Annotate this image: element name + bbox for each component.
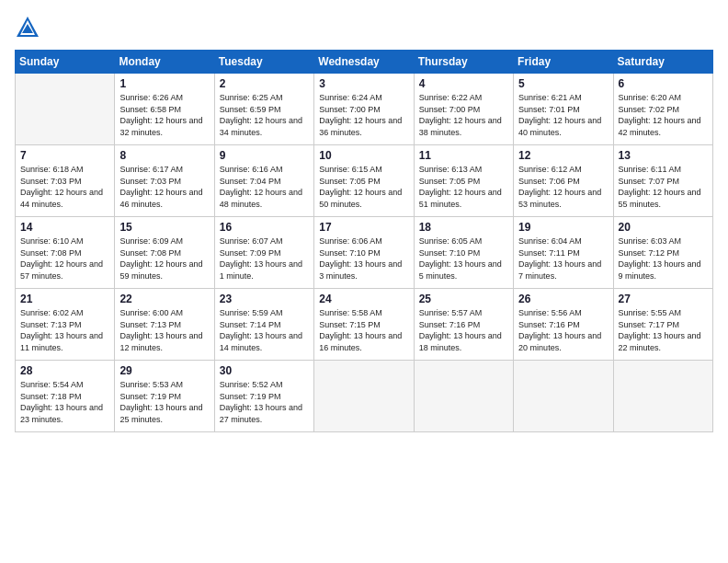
- day-number: 10: [319, 149, 408, 162]
- header: [15, 15, 713, 40]
- day-info: Sunrise: 5:52 AMSunset: 7:19 PMDaylight:…: [220, 379, 309, 425]
- header-cell-thursday: Thursday: [414, 51, 513, 74]
- day-number: 16: [220, 221, 309, 234]
- day-cell: 23Sunrise: 5:59 AMSunset: 7:14 PMDayligh…: [214, 289, 313, 361]
- main-container: SundayMondayTuesdayWednesdayThursdayFrid…: [0, 0, 728, 442]
- header-cell-monday: Monday: [115, 51, 214, 74]
- day-info: Sunrise: 5:53 AMSunset: 7:19 PMDaylight:…: [119, 379, 209, 425]
- week-row-1: 1Sunrise: 6:26 AMSunset: 6:58 PMDaylight…: [16, 74, 713, 145]
- week-row-4: 21Sunrise: 6:02 AMSunset: 7:13 PMDayligh…: [16, 289, 713, 361]
- day-number: 22: [119, 293, 209, 305]
- day-number: 7: [20, 149, 109, 162]
- day-info: Sunrise: 6:22 AMSunset: 7:00 PMDaylight:…: [419, 92, 508, 138]
- day-cell: 5Sunrise: 6:21 AMSunset: 7:01 PMDaylight…: [514, 74, 613, 145]
- day-number: 20: [619, 221, 708, 234]
- day-number: 6: [619, 77, 708, 90]
- week-row-5: 28Sunrise: 5:54 AMSunset: 7:18 PMDayligh…: [16, 361, 713, 432]
- day-number: 4: [419, 77, 508, 90]
- day-cell: 13Sunrise: 6:11 AMSunset: 7:07 PMDayligh…: [613, 145, 712, 217]
- day-cell: 2Sunrise: 6:25 AMSunset: 6:59 PMDaylight…: [214, 74, 313, 145]
- day-cell: 14Sunrise: 6:10 AMSunset: 7:08 PMDayligh…: [16, 217, 115, 289]
- header-cell-saturday: Saturday: [613, 51, 712, 74]
- day-number: 8: [119, 149, 209, 162]
- day-number: 18: [419, 221, 508, 234]
- day-number: 12: [518, 149, 608, 162]
- day-info: Sunrise: 6:10 AMSunset: 7:08 PMDaylight:…: [20, 236, 109, 282]
- day-info: Sunrise: 6:00 AMSunset: 7:13 PMDaylight:…: [119, 307, 209, 353]
- day-number: 17: [319, 221, 408, 234]
- day-number: 15: [119, 221, 209, 234]
- day-info: Sunrise: 6:25 AMSunset: 6:59 PMDaylight:…: [220, 92, 309, 138]
- day-cell: 12Sunrise: 6:12 AMSunset: 7:06 PMDayligh…: [514, 145, 613, 217]
- day-number: 13: [619, 149, 708, 162]
- day-number: 21: [20, 293, 109, 305]
- day-cell: 10Sunrise: 6:15 AMSunset: 7:05 PMDayligh…: [314, 145, 414, 217]
- day-number: 5: [518, 77, 608, 90]
- day-info: Sunrise: 6:16 AMSunset: 7:04 PMDaylight:…: [220, 164, 309, 210]
- day-number: 19: [518, 221, 608, 234]
- day-number: 28: [20, 364, 109, 377]
- day-info: Sunrise: 6:03 AMSunset: 7:12 PMDaylight:…: [619, 236, 708, 282]
- day-number: 29: [119, 364, 209, 377]
- day-number: 1: [119, 77, 209, 90]
- day-info: Sunrise: 6:15 AMSunset: 7:05 PMDaylight:…: [319, 164, 408, 210]
- header-cell-tuesday: Tuesday: [214, 51, 313, 74]
- week-row-2: 7Sunrise: 6:18 AMSunset: 7:03 PMDaylight…: [16, 145, 713, 217]
- day-cell: 28Sunrise: 5:54 AMSunset: 7:18 PMDayligh…: [16, 361, 115, 432]
- day-info: Sunrise: 6:07 AMSunset: 7:09 PMDaylight:…: [220, 236, 309, 282]
- day-cell: 20Sunrise: 6:03 AMSunset: 7:12 PMDayligh…: [613, 217, 712, 289]
- day-info: Sunrise: 6:09 AMSunset: 7:08 PMDaylight:…: [119, 236, 209, 282]
- day-number: 26: [518, 293, 608, 305]
- day-cell: [613, 361, 712, 432]
- day-cell: 8Sunrise: 6:17 AMSunset: 7:03 PMDaylight…: [115, 145, 214, 217]
- day-cell: 9Sunrise: 6:16 AMSunset: 7:04 PMDaylight…: [214, 145, 313, 217]
- day-number: 9: [220, 149, 309, 162]
- day-cell: 29Sunrise: 5:53 AMSunset: 7:19 PMDayligh…: [115, 361, 214, 432]
- day-cell: [514, 361, 613, 432]
- day-info: Sunrise: 6:04 AMSunset: 7:11 PMDaylight:…: [518, 236, 608, 282]
- day-info: Sunrise: 6:02 AMSunset: 7:13 PMDaylight:…: [20, 307, 109, 353]
- day-cell: 30Sunrise: 5:52 AMSunset: 7:19 PMDayligh…: [214, 361, 313, 432]
- day-cell: 24Sunrise: 5:58 AMSunset: 7:15 PMDayligh…: [314, 289, 414, 361]
- day-cell: 26Sunrise: 5:56 AMSunset: 7:16 PMDayligh…: [514, 289, 613, 361]
- day-cell: 25Sunrise: 5:57 AMSunset: 7:16 PMDayligh…: [414, 289, 513, 361]
- day-cell: [16, 74, 115, 145]
- logo-icon: [15, 15, 40, 40]
- day-cell: 3Sunrise: 6:24 AMSunset: 7:00 PMDaylight…: [314, 74, 414, 145]
- day-cell: 17Sunrise: 6:06 AMSunset: 7:10 PMDayligh…: [314, 217, 414, 289]
- day-info: Sunrise: 6:12 AMSunset: 7:06 PMDaylight:…: [518, 164, 608, 210]
- day-cell: 15Sunrise: 6:09 AMSunset: 7:08 PMDayligh…: [115, 217, 214, 289]
- day-info: Sunrise: 6:06 AMSunset: 7:10 PMDaylight:…: [319, 236, 408, 282]
- day-info: Sunrise: 6:17 AMSunset: 7:03 PMDaylight:…: [119, 164, 209, 210]
- day-cell: 7Sunrise: 6:18 AMSunset: 7:03 PMDaylight…: [16, 145, 115, 217]
- day-number: 11: [419, 149, 508, 162]
- day-cell: 1Sunrise: 6:26 AMSunset: 6:58 PMDaylight…: [115, 74, 214, 145]
- day-info: Sunrise: 5:59 AMSunset: 7:14 PMDaylight:…: [220, 307, 309, 353]
- day-info: Sunrise: 6:24 AMSunset: 7:00 PMDaylight:…: [319, 92, 408, 138]
- day-cell: 16Sunrise: 6:07 AMSunset: 7:09 PMDayligh…: [214, 217, 313, 289]
- day-number: 27: [619, 293, 708, 305]
- header-cell-friday: Friday: [514, 51, 613, 74]
- day-cell: 21Sunrise: 6:02 AMSunset: 7:13 PMDayligh…: [16, 289, 115, 361]
- day-number: 24: [319, 293, 408, 305]
- day-info: Sunrise: 6:11 AMSunset: 7:07 PMDaylight:…: [619, 164, 708, 210]
- day-cell: 19Sunrise: 6:04 AMSunset: 7:11 PMDayligh…: [514, 217, 613, 289]
- day-info: Sunrise: 5:58 AMSunset: 7:15 PMDaylight:…: [319, 307, 408, 353]
- logo: [15, 15, 44, 40]
- header-cell-sunday: Sunday: [16, 51, 115, 74]
- day-info: Sunrise: 6:26 AMSunset: 6:58 PMDaylight:…: [119, 92, 209, 138]
- day-cell: 6Sunrise: 6:20 AMSunset: 7:02 PMDaylight…: [613, 74, 712, 145]
- calendar-table: SundayMondayTuesdayWednesdayThursdayFrid…: [15, 50, 713, 432]
- day-cell: 4Sunrise: 6:22 AMSunset: 7:00 PMDaylight…: [414, 74, 513, 145]
- day-info: Sunrise: 5:55 AMSunset: 7:17 PMDaylight:…: [619, 307, 708, 353]
- day-info: Sunrise: 5:54 AMSunset: 7:18 PMDaylight:…: [20, 379, 109, 425]
- day-info: Sunrise: 5:56 AMSunset: 7:16 PMDaylight:…: [518, 307, 608, 353]
- day-cell: [414, 361, 513, 432]
- day-cell: 11Sunrise: 6:13 AMSunset: 7:05 PMDayligh…: [414, 145, 513, 217]
- day-info: Sunrise: 5:57 AMSunset: 7:16 PMDaylight:…: [419, 307, 508, 353]
- day-info: Sunrise: 6:21 AMSunset: 7:01 PMDaylight:…: [518, 92, 608, 138]
- day-cell: [314, 361, 414, 432]
- day-number: 25: [419, 293, 508, 305]
- header-cell-wednesday: Wednesday: [314, 51, 414, 74]
- day-cell: 22Sunrise: 6:00 AMSunset: 7:13 PMDayligh…: [115, 289, 214, 361]
